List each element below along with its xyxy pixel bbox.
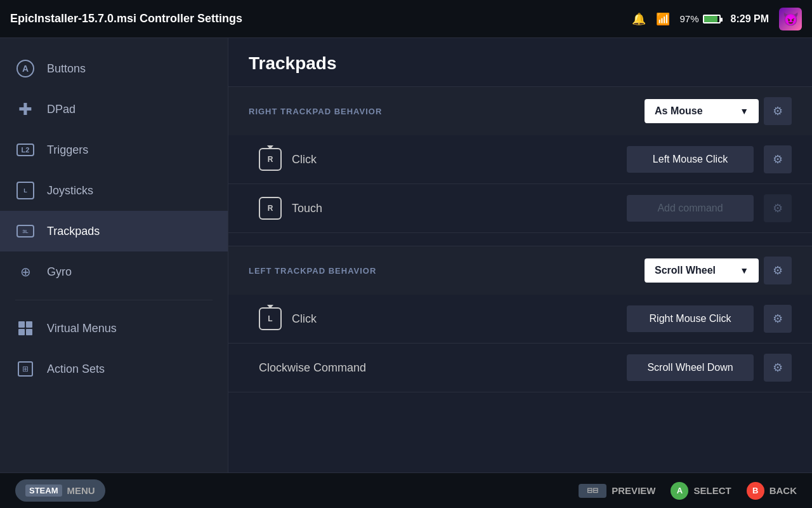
sidebar-item-virtual-menus[interactable]: Virtual Menus [0,308,228,349]
avatar[interactable]: 😈 [779,8,802,30]
right-trackpad-section: RIGHT TRACKPAD BEHAVIOR As Mouse ▼ ⚙ R [228,86,812,233]
wifi-icon: 📶 [656,12,670,26]
topbar-time: 8:29 PM [731,13,769,25]
right-touch-row: R Touch Add command ⚙ [228,184,812,233]
steam-label: STEAM [25,485,62,497]
bottom-actions: ⊟⊟ PREVIEW A SELECT B BACK [579,482,797,500]
main-layout: A Buttons ✚ DPad L2 Triggers L [0,38,812,472]
clockwise-command-row: Clockwise Command Scroll Wheel Down ⚙ [228,344,812,392]
left-trackpad-controls: Scroll Wheel ▼ ⚙ [645,257,792,284]
sidebar-item-label: DPad [47,103,75,116]
preview-action: ⊟⊟ PREVIEW [579,484,655,498]
right-click-command-button[interactable]: Left Mouse Click [627,146,754,173]
right-trackpad-dropdown-value: As Mouse [655,105,703,117]
left-trackpad-dropdown[interactable]: Scroll Wheel ▼ [645,258,759,283]
menu-label: MENU [67,485,95,496]
sidebar-item-label: Triggers [47,144,88,157]
sidebar-item-label: Virtual Menus [47,322,117,335]
right-touch-command-button[interactable]: Add command [627,195,754,222]
battery-percent: 97% [680,13,699,24]
sidebar-item-label: Gyro [47,265,72,279]
left-click-gear-button[interactable]: ⚙ [764,305,792,333]
dropdown-arrow-icon: ▼ [740,265,749,276]
gear-icon: ⚙ [773,104,783,118]
topbar: EpicInstaller-15.7.0.msi Controller Sett… [0,0,812,38]
left-trackpad-dropdown-value: Scroll Wheel [655,265,716,276]
right-trackpad-label: RIGHT TRACKPAD BEHAVIOR [249,107,382,116]
sidebar-item-action-sets[interactable]: ⊞ Action Sets [0,349,228,389]
gear-icon: ⚙ [773,152,783,166]
sidebar-divider [15,300,213,300]
topbar-title: EpicInstaller-15.7.0.msi Controller Sett… [10,12,242,25]
gear-icon: ⚙ [773,361,783,375]
clockwise-command-button[interactable]: Scroll Wheel Down [627,354,754,381]
right-touch-command-text: Add command [657,203,723,213]
select-label: SELECT [693,485,731,496]
virtual-menus-icon [15,318,36,338]
sidebar-item-label: Trackpads [47,225,100,238]
sidebar-item-label: Action Sets [47,363,105,376]
battery-info: 97% [680,13,721,24]
right-click-command-text: Left Mouse Click [653,154,728,164]
right-trackpad-dropdown[interactable]: As Mouse ▼ [645,99,759,123]
action-sets-icon: ⊞ [15,359,36,379]
right-trackpad-controls: As Mouse ▼ ⚙ [645,97,792,125]
preview-badge: ⊟⊟ [579,484,606,498]
triggers-icon: L2 [15,140,36,160]
sidebar-item-triggers[interactable]: L2 Triggers [0,130,228,170]
a-button-badge: A [671,482,688,500]
button-arrow [267,305,273,309]
gear-icon: ⚙ [773,264,783,277]
dropdown-arrow-icon: ▼ [740,106,749,116]
gyro-icon: ⊕ [15,262,36,282]
sidebar-nav: A Buttons ✚ DPad L2 Triggers L [0,48,228,462]
sidebar-item-trackpads[interactable]: 3L Trackpads [0,211,228,251]
content-header: Trackpads [228,38,812,86]
content-area: Trackpads RIGHT TRACKPAD BEHAVIOR As Mou… [228,38,812,472]
left-click-row: L Click Right Mouse Click ⚙ [228,295,812,344]
right-click-gear-button[interactable]: ⚙ [764,145,792,173]
right-touch-label: Touch [292,202,617,215]
joystick-icon: L [15,180,36,201]
sidebar-item-label: Buttons [47,62,86,76]
left-click-command-text: Right Mouse Click [650,313,731,324]
left-trackpad-gear-button[interactable]: ⚙ [764,257,792,284]
right-click-row: R Click Left Mouse Click ⚙ [228,135,812,184]
sidebar-item-gyro[interactable]: ⊕ Gyro [0,251,228,292]
steam-menu-button[interactable]: STEAM MENU [15,479,105,502]
left-trackpad-label: LEFT TRACKPAD BEHAVIOR [249,266,376,276]
left-click-command-button[interactable]: Right Mouse Click [627,305,754,332]
clockwise-gear-button[interactable]: ⚙ [764,354,792,382]
clockwise-command-text: Scroll Wheel Down [647,362,733,373]
right-touch-button-icon: R [259,197,282,220]
clockwise-label: Clockwise Command [259,361,617,375]
button-arrow [267,145,273,149]
back-action: B BACK [747,482,797,500]
page-title: Trackpads [249,53,792,74]
b-button-badge: B [747,482,764,500]
sidebar-item-joysticks[interactable]: L Joysticks [0,170,228,211]
back-label: BACK [769,485,797,496]
right-click-button-icon: R [259,148,282,171]
notification-icon[interactable]: 🔔 [632,12,646,26]
sidebar: A Buttons ✚ DPad L2 Triggers L [0,38,228,472]
select-action: A SELECT [671,482,731,500]
dpad-icon: ✚ [15,99,36,119]
right-click-label: Click [292,153,617,166]
sidebar-item-label: Joysticks [47,184,93,197]
left-click-label: Click [292,312,617,326]
topbar-right: 🔔 📶 97% 8:29 PM 😈 [632,8,802,30]
right-trackpad-header: RIGHT TRACKPAD BEHAVIOR As Mouse ▼ ⚙ [228,87,812,135]
preview-label: PREVIEW [612,485,655,496]
battery-fill [704,16,718,22]
sidebar-item-dpad[interactable]: ✚ DPad [0,89,228,130]
left-trackpad-header: LEFT TRACKPAD BEHAVIOR Scroll Wheel ▼ ⚙ [228,246,812,295]
battery-icon [703,15,721,23]
right-touch-gear-button[interactable]: ⚙ [764,194,792,222]
bottombar: STEAM MENU ⊟⊟ PREVIEW A SELECT B BACK [0,472,812,508]
sidebar-item-buttons[interactable]: A Buttons [0,48,228,89]
left-click-button-icon: L [259,307,282,330]
right-trackpad-gear-button[interactable]: ⚙ [764,97,792,125]
left-trackpad-section: LEFT TRACKPAD BEHAVIOR Scroll Wheel ▼ ⚙ … [228,246,812,392]
gear-icon: ⚙ [773,201,783,215]
